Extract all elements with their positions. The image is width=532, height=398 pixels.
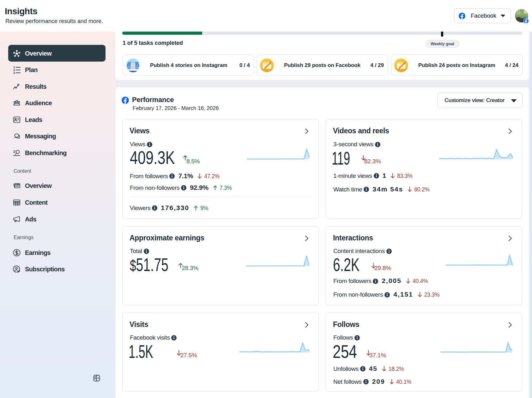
svg-text:3: 3 bbox=[13, 71, 15, 74]
